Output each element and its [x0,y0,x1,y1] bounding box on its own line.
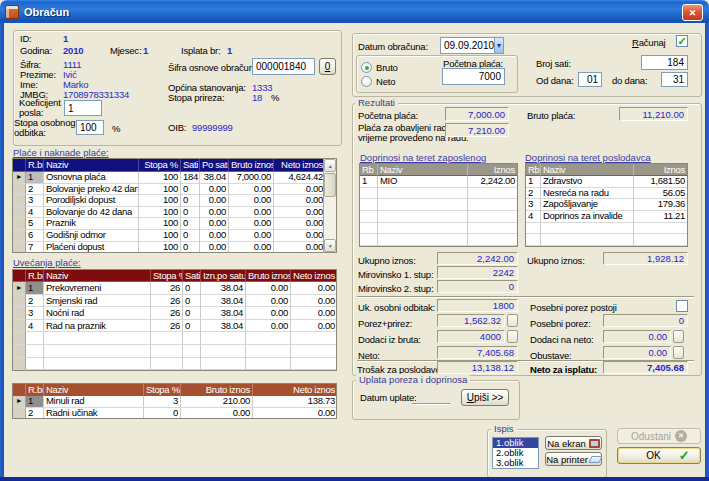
table-row[interactable]: 2Smjenski rad26038.040.000.00 [13,295,336,308]
row-selector[interactable] [13,358,26,371]
row-selector[interactable] [13,345,26,358]
table-cell[interactable]: 26 [151,307,183,320]
dop-zaposleni-table[interactable]: RbNazivIznos1MIO2,242.00 [359,163,518,247]
na-printer-button[interactable]: Na printer [545,452,602,466]
table-cell[interactable]: 0.00 [229,184,274,196]
table-row[interactable]: 4Doprinos za invalide11.21 [526,211,687,223]
table-cell[interactable]: 1 [526,176,541,188]
table-cell[interactable]: 0.00 [200,230,229,242]
table-cell[interactable]: 100 [139,218,181,230]
table-cell[interactable] [634,223,688,235]
table-cell[interactable] [183,358,201,371]
table-cell[interactable]: 100 [139,172,181,184]
table-cell[interactable] [44,332,151,345]
row-selector[interactable]: ► [13,396,26,408]
table-row[interactable] [360,199,517,211]
datum-uplate-input[interactable] [412,392,450,404]
datum-obracuna-select[interactable]: 09.09.2010 ▼ [440,37,504,54]
table-row[interactable]: 4Rad na praznik26038.040.000.00 [13,320,336,333]
porez-detail-button[interactable] [507,314,518,327]
table-cell[interactable] [291,358,337,371]
table-row[interactable]: 4Bolovanje do 42 dana10000.000.000.00 [13,207,336,219]
table-cell[interactable]: Smjenski rad [44,295,151,308]
row-selector[interactable] [13,195,26,207]
table-row[interactable]: ►1Minuli rad3210.00138.73 [13,396,336,408]
table-cell[interactable]: 0.00 [274,242,326,253]
table-row[interactable] [360,188,517,200]
table-cell[interactable]: 5 [26,218,44,230]
table-cell[interactable]: 26 [151,282,183,295]
posebni-porez-checkbox[interactable] [676,300,688,312]
table-cell[interactable]: 0.00 [246,307,291,320]
table-cell[interactable]: 0.00 [274,230,326,242]
sifra-osnove-lookup-button[interactable]: 0 [319,58,336,75]
table-cell[interactable] [44,345,151,358]
sifra-osnove-input[interactable]: 000001840 [252,58,315,75]
table-cell[interactable]: 38.04 [201,320,246,333]
table-row[interactable] [526,234,687,246]
table-cell[interactable]: 100 [139,184,181,196]
table-cell[interactable]: 0.00 [246,295,291,308]
table-row[interactable]: 1Zdravstvo1,681.50 [526,176,687,188]
dop-poslodavac-table[interactable]: RbNazivIznos1Zdravstvo1,681.502Nesreća n… [525,163,688,247]
row-selector[interactable] [13,384,26,396]
table-cell[interactable]: 0.00 [253,408,337,420]
table-row[interactable]: 2Radni učinak00.000.00 [13,408,336,420]
neto-radio[interactable] [361,76,372,87]
table-cell[interactable]: 7 [26,242,44,253]
table-cell[interactable]: 56.05 [634,188,688,200]
table-cell[interactable]: 138.73 [253,396,337,408]
stopa-odbitka-input[interactable]: 100 [76,120,104,135]
table-cell[interactable] [468,234,518,246]
table-cell[interactable]: 3 [26,195,44,207]
dodaci-neto-detail-button[interactable] [673,330,684,343]
table-cell[interactable] [183,332,201,345]
ok-button[interactable]: OK ✓ [617,447,701,464]
table-cell[interactable]: 0.00 [291,295,337,308]
list-option[interactable]: 3.oblik [493,458,538,468]
row-selector[interactable] [13,408,26,420]
pocetna-placa-input[interactable]: 7000 [442,68,505,85]
row-selector[interactable] [13,218,26,230]
table-scrollbar[interactable]: ▲ ▼ [323,159,336,252]
do-dana-input[interactable]: 31 [661,72,688,87]
table-cell[interactable] [378,188,468,200]
row-selector[interactable] [13,207,26,219]
table-cell[interactable]: 2 [26,408,44,420]
bruto-radio[interactable] [361,62,372,73]
table-cell[interactable]: 2 [26,184,44,196]
table-cell[interactable] [526,234,541,246]
table-cell[interactable]: 0.00 [200,218,229,230]
table-cell[interactable] [183,345,201,358]
ispis-format-listbox[interactable]: 1.oblik2.oblik3.oblik [492,437,539,469]
table-row[interactable]: 3Porodiljski dopust10000.000.000.00 [13,195,336,207]
table-cell[interactable] [468,188,518,200]
table-cell[interactable]: 0 [181,242,200,253]
table-cell[interactable]: 0.00 [246,282,291,295]
table-cell[interactable]: 0 [181,184,200,196]
table-cell[interactable]: 1 [360,176,378,188]
table-cell[interactable] [634,234,688,246]
table-cell[interactable] [378,223,468,235]
chevron-down-icon[interactable]: ▼ [494,38,503,53]
row-selector[interactable] [13,307,26,320]
table-cell[interactable] [378,234,468,246]
table-cell[interactable]: Plaćeni dopust [44,242,139,253]
naknade-table[interactable]: R.brNazivStopa %SatiPo satuBruto iznosNe… [12,158,337,253]
table-cell[interactable]: 0.00 [274,195,326,207]
table-cell[interactable] [201,358,246,371]
table-row[interactable] [13,358,336,371]
upisi-button[interactable]: Upiši >> [461,389,509,406]
row-selector[interactable] [13,184,26,196]
table-cell[interactable]: 0 [181,207,200,219]
table-cell[interactable] [201,332,246,345]
koeficijent-input[interactable]: 1 [64,100,102,116]
row-selector[interactable] [13,159,26,172]
table-cell[interactable]: Praznik [44,218,139,230]
table-cell[interactable]: 0 [183,282,201,295]
table-cell[interactable]: 4 [26,320,44,333]
table-cell[interactable]: 3 [26,307,44,320]
close-button[interactable]: ✕ [682,4,703,21]
table-cell[interactable]: 38.04 [200,172,229,184]
dodaci-bruto-detail-button[interactable] [507,330,518,343]
